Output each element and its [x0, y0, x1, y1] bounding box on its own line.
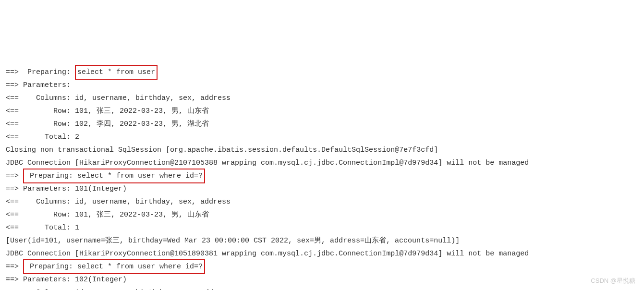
log-line: Closing non transactional SqlSession [or… [6, 146, 438, 154]
log-line: [User(id=101, username=张三, birthday=Wed … [6, 237, 460, 245]
log-line: JDBC Connection [HikariProxyConnection@2… [6, 159, 529, 167]
log-line: ==> [6, 172, 23, 180]
log-line: ==> Parameters: 101(Integer) [6, 185, 127, 193]
sql-highlight: Preparing: select * from user where id=? [23, 169, 205, 183]
log-line: <== Columns: id, username, birthday, sex… [6, 94, 231, 102]
log-line: ==> Parameters: 102(Integer) [6, 276, 127, 284]
log-line: <== Columns: id, username, birthday, sex… [6, 198, 231, 206]
log-line: <== Total: 2 [6, 133, 79, 141]
sql-highlight: select * from user [75, 65, 158, 80]
log-line: <== Total: 1 [6, 224, 79, 232]
log-line: <== Row: 101, 张三, 2022-03-23, 男, 山东省 [6, 211, 209, 219]
sql-highlight: Preparing: select * from user where id=? [23, 259, 205, 274]
log-line: ==> Preparing: [6, 68, 75, 76]
log-line: JDBC Connection [HikariProxyConnection@1… [6, 250, 529, 258]
log-line: ==> Parameters: [6, 81, 71, 89]
log-line: <== Row: 102, 李四, 2022-03-23, 男, 湖北省 [6, 120, 209, 128]
console-log: ==> Preparing: select * from user ==> Pa… [0, 52, 644, 290]
log-line: <== Row: 101, 张三, 2022-03-23, 男, 山东省 [6, 107, 209, 115]
watermark: CSDN @星悦糖 [591, 275, 635, 286]
log-line: ==> [6, 263, 23, 271]
